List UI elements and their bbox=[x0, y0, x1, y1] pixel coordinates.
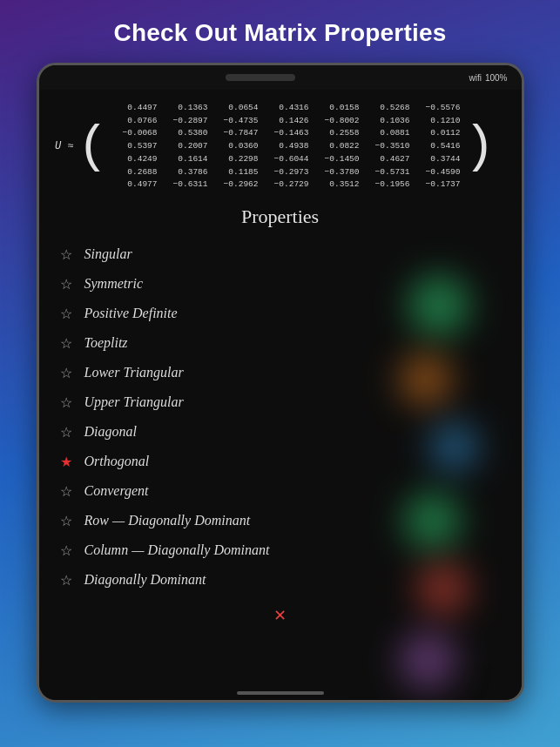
star-empty-icon[interactable]: ☆ bbox=[57, 422, 76, 441]
matrix-u-label: U ≈ bbox=[50, 138, 74, 155]
matrix-bracket-right: ) bbox=[464, 121, 496, 173]
star-empty-icon[interactable]: ☆ bbox=[57, 245, 76, 264]
star-filled-icon[interactable]: ★ bbox=[57, 452, 76, 471]
property-item-upper-triangular[interactable]: ☆Upper Triangular bbox=[53, 388, 508, 416]
property-item-row-diagonally-dominant[interactable]: ☆Row — Diagonally Dominant bbox=[53, 507, 508, 535]
device-content[interactable]: U ≈ ( 0.44970.13630.06540.43160.01580.52… bbox=[39, 90, 522, 700]
close-button[interactable]: ✕ bbox=[273, 606, 287, 625]
property-item-orthogonal[interactable]: ★Orthogonal bbox=[53, 448, 508, 475]
matrix-numbers: 0.44970.13630.06540.43160.01580.5268−0.5… bbox=[112, 102, 461, 192]
property-item-diagonal[interactable]: ☆Diagonal bbox=[53, 418, 508, 446]
matrix-row: 0.44970.13630.06540.43160.01580.5268−0.5… bbox=[112, 102, 461, 115]
matrix-row: −0.00680.5380−0.7847−0.14630.25580.08810… bbox=[112, 127, 461, 140]
property-label-upper-triangular: Upper Triangular bbox=[84, 394, 184, 410]
battery-status: 100% bbox=[485, 73, 508, 83]
star-empty-icon[interactable]: ☆ bbox=[57, 333, 76, 353]
home-bar bbox=[237, 691, 324, 695]
matrix-row: 0.0766−0.2897−0.47350.1426−0.80020.10360… bbox=[112, 115, 461, 128]
property-label-row-diagonally-dominant: Row — Diagonally Dominant bbox=[84, 513, 251, 528]
properties-title: Properties bbox=[39, 197, 522, 240]
property-item-symmetric[interactable]: ☆Symmetric bbox=[53, 270, 508, 298]
star-empty-icon[interactable]: ☆ bbox=[57, 570, 76, 589]
property-label-positive-definite: Positive Definite bbox=[84, 306, 178, 321]
property-label-diagonally-dominant: Diagonally Dominant bbox=[84, 572, 206, 588]
property-item-singular[interactable]: ☆Singular bbox=[53, 240, 508, 268]
matrix-row: 0.26880.37860.1185−0.2973−0.3780−0.5731−… bbox=[112, 166, 461, 179]
page-title: Check Out Matrix Properties bbox=[97, 0, 464, 63]
property-item-lower-triangular[interactable]: ☆Lower Triangular bbox=[53, 359, 508, 387]
property-item-diagonally-dominant[interactable]: ☆Diagonally Dominant bbox=[53, 566, 508, 594]
star-empty-icon[interactable]: ☆ bbox=[57, 511, 76, 530]
property-item-convergent[interactable]: ☆Convergent bbox=[53, 477, 508, 505]
status-bar: wifi 100% bbox=[39, 65, 522, 90]
property-item-toeplitz[interactable]: ☆Toeplitz bbox=[53, 329, 508, 357]
properties-list: ☆Singular☆Symmetric☆Positive Definite☆To… bbox=[39, 240, 522, 594]
wifi-icon: wifi bbox=[469, 73, 481, 83]
property-label-diagonal: Diagonal bbox=[84, 424, 137, 440]
property-item-positive-definite[interactable]: ☆Positive Definite bbox=[53, 299, 508, 327]
matrix-row: 0.4977−0.6311−0.2962−0.27290.3512−0.1956… bbox=[112, 178, 461, 192]
matrix-section: U ≈ ( 0.44970.13630.06540.43160.01580.52… bbox=[39, 90, 522, 197]
property-item-column-diagonally-dominant[interactable]: ☆Column — Diagonally Dominant bbox=[53, 536, 508, 564]
star-empty-icon[interactable]: ☆ bbox=[57, 393, 76, 412]
property-label-lower-triangular: Lower Triangular bbox=[84, 365, 184, 380]
matrix-row: 0.42490.16140.2298−0.6044−0.14500.46270.… bbox=[112, 153, 461, 166]
property-label-toeplitz: Toeplitz bbox=[84, 335, 128, 351]
star-empty-icon[interactable]: ☆ bbox=[57, 541, 76, 560]
star-empty-icon[interactable]: ☆ bbox=[57, 481, 76, 501]
property-label-symmetric: Symmetric bbox=[84, 276, 144, 292]
status-right: wifi 100% bbox=[469, 73, 507, 83]
star-empty-icon[interactable]: ☆ bbox=[57, 304, 76, 323]
property-label-column-diagonally-dominant: Column — Diagonally Dominant bbox=[84, 542, 270, 558]
device-notch bbox=[226, 74, 295, 81]
star-empty-icon[interactable]: ☆ bbox=[57, 274, 76, 293]
matrix-bracket-left: ( bbox=[78, 121, 109, 173]
matrix-row: 0.53970.20070.03600.49380.0822−0.35100.5… bbox=[112, 140, 461, 153]
property-label-orthogonal: Orthogonal bbox=[84, 454, 150, 469]
property-label-convergent: Convergent bbox=[84, 483, 149, 499]
device-frame: wifi 100% U ≈ ( 0.44970.13630.06540.4316… bbox=[37, 63, 524, 703]
property-label-singular: Singular bbox=[84, 246, 132, 262]
star-empty-icon[interactable]: ☆ bbox=[57, 363, 76, 382]
